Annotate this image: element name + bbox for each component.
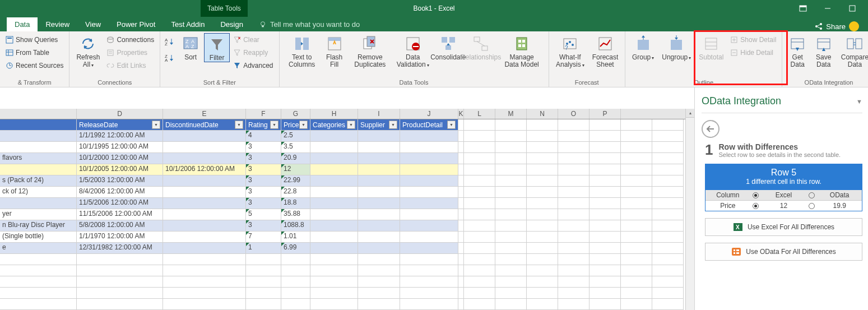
cell[interactable]: [527, 187, 558, 198]
cell[interactable]: [163, 209, 246, 220]
cell[interactable]: [310, 209, 358, 220]
cell[interactable]: [621, 153, 652, 164]
refresh-all-button[interactable]: Refresh All▾: [73, 33, 103, 68]
cell[interactable]: [652, 254, 684, 265]
cell[interactable]: 2.5: [281, 131, 310, 142]
cell[interactable]: [400, 220, 458, 232]
save-data-button[interactable]: Save Data: [810, 33, 837, 68]
cell[interactable]: [400, 164, 458, 175]
cell[interactable]: [458, 198, 464, 209]
cell[interactable]: 6.99: [281, 243, 310, 254]
cell[interactable]: [495, 299, 527, 310]
taskpane-menu-icon[interactable]: ▼: [856, 98, 862, 105]
cell[interactable]: [558, 254, 590, 265]
cell[interactable]: [527, 265, 558, 276]
cell[interactable]: [495, 265, 527, 276]
cell[interactable]: [310, 232, 358, 243]
cell[interactable]: [621, 232, 652, 243]
cell[interactable]: [464, 153, 495, 164]
consolidate-button[interactable]: Consolidate: [433, 33, 463, 61]
cell[interactable]: [163, 175, 246, 187]
cell[interactable]: (Single bottle): [0, 232, 77, 243]
cell[interactable]: [558, 299, 590, 310]
cell[interactable]: [77, 254, 163, 265]
cell[interactable]: 3: [246, 164, 281, 175]
cell[interactable]: 3: [246, 220, 281, 232]
cell[interactable]: [400, 209, 458, 220]
cell[interactable]: [246, 288, 281, 299]
filter-dropdown-icon[interactable]: ▼: [389, 121, 397, 129]
group-button[interactable]: Group▾: [629, 33, 657, 61]
cell[interactable]: [464, 164, 495, 175]
cell[interactable]: [400, 276, 458, 288]
cell[interactable]: [590, 142, 621, 153]
cell[interactable]: [652, 209, 684, 220]
data-validation-button[interactable]: Data Validation▾: [393, 33, 432, 68]
cell[interactable]: 10/1/2005 12:00:00 AM: [77, 164, 163, 175]
cell[interactable]: 1: [246, 243, 281, 254]
tab-testaddin[interactable]: Test Addin: [163, 17, 212, 31]
cell[interactable]: [527, 131, 558, 142]
cell[interactable]: 3.5: [281, 142, 310, 153]
cell[interactable]: 3: [246, 142, 281, 153]
flash-fill-button[interactable]: Flash Fill: [322, 33, 346, 68]
cell[interactable]: [464, 276, 495, 288]
cell[interactable]: [400, 175, 458, 187]
cell[interactable]: [464, 198, 495, 209]
cell[interactable]: [281, 288, 310, 299]
forecast-sheet-button[interactable]: Forecast Sheet: [589, 33, 621, 68]
col-header-F[interactable]: F: [246, 109, 281, 119]
cell[interactable]: [464, 288, 495, 299]
cell[interactable]: [558, 276, 590, 288]
cell[interactable]: [281, 276, 310, 288]
cell[interactable]: [458, 243, 464, 254]
cell[interactable]: [458, 288, 464, 299]
cell[interactable]: [310, 254, 358, 265]
cell[interactable]: [590, 220, 621, 232]
from-table-button[interactable]: From Table: [3, 47, 66, 59]
cell[interactable]: [163, 254, 246, 265]
cell[interactable]: 7: [246, 232, 281, 243]
cell[interactable]: [358, 232, 400, 243]
cell[interactable]: [621, 198, 652, 209]
cell[interactable]: [590, 232, 621, 243]
recent-sources-button[interactable]: Recent Sources: [3, 59, 66, 72]
whatif-button[interactable]: ?What-If Analysis▾: [553, 33, 588, 68]
cell[interactable]: [0, 265, 77, 276]
cell[interactable]: [458, 209, 464, 220]
cell[interactable]: [310, 153, 358, 164]
cell[interactable]: [590, 175, 621, 187]
cell[interactable]: [163, 187, 246, 198]
cell[interactable]: 5: [246, 209, 281, 220]
cell[interactable]: [590, 254, 621, 265]
cell[interactable]: [558, 198, 590, 209]
manage-data-model-button[interactable]: Manage Data Model: [499, 33, 545, 68]
cell[interactable]: [621, 187, 652, 198]
cell[interactable]: [458, 131, 464, 142]
cell[interactable]: [558, 209, 590, 220]
advanced-filter-button[interactable]: Advanced: [231, 59, 275, 72]
cell[interactable]: [464, 254, 495, 265]
cell[interactable]: [621, 299, 652, 310]
filter-button[interactable]: Filter: [204, 33, 230, 62]
get-data-button[interactable]: Get Data: [786, 33, 809, 68]
cell[interactable]: 22.99: [281, 175, 310, 187]
row-excel-radio[interactable]: [753, 203, 759, 209]
cell[interactable]: [558, 187, 590, 198]
cell[interactable]: [310, 299, 358, 310]
cell[interactable]: [495, 220, 527, 232]
cell[interactable]: [621, 175, 652, 187]
cell[interactable]: [310, 187, 358, 198]
col-header-L[interactable]: L: [464, 109, 495, 119]
cell[interactable]: [358, 142, 400, 153]
cell[interactable]: [358, 175, 400, 187]
cell[interactable]: [281, 254, 310, 265]
cell[interactable]: [558, 220, 590, 232]
cell[interactable]: [495, 288, 527, 299]
scroll-up-button[interactable]: ▴: [686, 109, 694, 118]
cell[interactable]: [358, 131, 400, 142]
cell[interactable]: n Blu-ray Disc Player: [0, 220, 77, 232]
worksheet-grid[interactable]: DEFGHIJKLMNOP ReleaseDate▼DiscontinuedDa…: [0, 87, 694, 310]
remove-duplicates-button[interactable]: Remove Duplicates: [347, 33, 392, 68]
cell[interactable]: 3: [246, 187, 281, 198]
